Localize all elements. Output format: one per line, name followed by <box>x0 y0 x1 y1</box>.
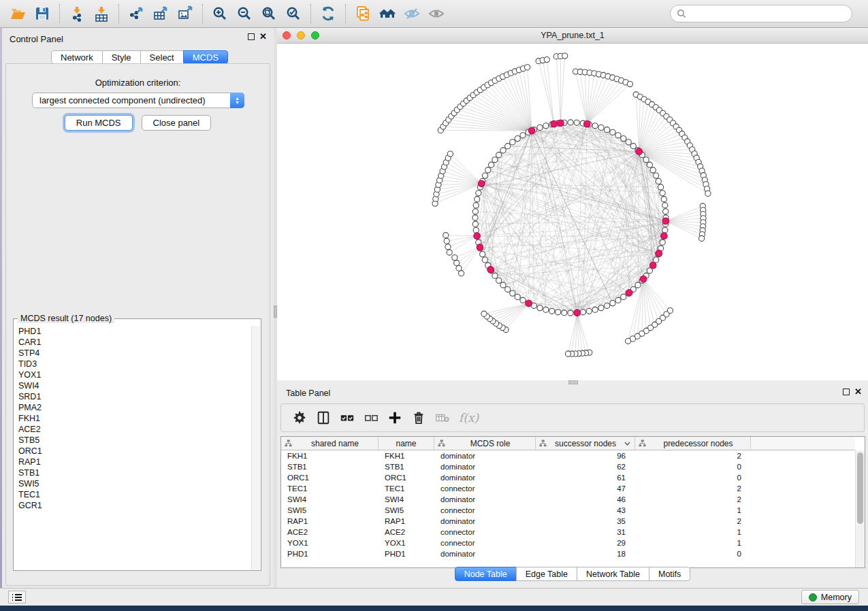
table-cell[interactable]: SWI4 <box>281 494 379 505</box>
network-node[interactable] <box>520 133 526 138</box>
network-node[interactable] <box>662 203 668 208</box>
network-node[interactable] <box>543 123 549 129</box>
network-canvas[interactable] <box>277 44 868 380</box>
network-node[interactable] <box>654 173 659 178</box>
network-node[interactable] <box>647 162 652 167</box>
network-node[interactable] <box>615 133 621 138</box>
table-cell[interactable]: 47 <box>536 483 635 494</box>
table-row[interactable]: TEC1TEC1connector472 <box>281 483 855 494</box>
table-scrollbar[interactable] <box>855 450 865 567</box>
table-cell[interactable]: 1 <box>635 505 751 516</box>
table-cell[interactable]: 96 <box>536 450 635 461</box>
export-image-button[interactable] <box>173 3 197 24</box>
mcds-node[interactable] <box>558 120 564 127</box>
network-node[interactable] <box>654 257 659 263</box>
network-node[interactable] <box>485 167 491 173</box>
column-header-name[interactable]: name <box>379 437 434 450</box>
result-list-item[interactable]: GCR1 <box>14 500 251 511</box>
network-node[interactable] <box>525 65 530 70</box>
result-list-scrollbar[interactable] <box>251 326 260 569</box>
table-row[interactable]: ACE2ACE2connector311 <box>281 527 855 538</box>
network-node[interactable] <box>699 235 705 241</box>
table-row[interactable]: SWI5SWI5connector431 <box>281 505 855 516</box>
table-cell[interactable]: dominator <box>434 548 536 559</box>
table-cell[interactable]: SWI4 <box>379 494 434 505</box>
table-cell[interactable]: FKH1 <box>281 450 379 461</box>
table-cell[interactable]: 46 <box>536 494 635 505</box>
search-input[interactable] <box>686 9 852 19</box>
network-node[interactable] <box>444 238 449 244</box>
close-panel-button[interactable]: Close panel <box>142 115 212 131</box>
network-node[interactable] <box>510 291 515 296</box>
export-network-button[interactable] <box>124 3 148 24</box>
network-node[interactable] <box>568 120 573 125</box>
table-cell[interactable]: 1 <box>635 527 751 538</box>
network-node[interactable] <box>472 209 478 214</box>
network-node[interactable] <box>537 306 543 311</box>
table-cell[interactable]: ACE2 <box>281 527 379 538</box>
network-node[interactable] <box>574 120 579 125</box>
result-list-item[interactable]: FKH1 <box>14 413 251 424</box>
function-builder-button[interactable]: f(x) <box>459 409 479 427</box>
result-list-item[interactable]: STB1 <box>14 467 251 478</box>
result-list-item[interactable]: STP4 <box>14 348 251 359</box>
delete-column-button[interactable] <box>411 409 426 427</box>
network-node[interactable] <box>472 221 478 227</box>
clone-network-button[interactable] <box>351 3 375 24</box>
table-row[interactable]: SWI4SWI4dominator462 <box>281 494 855 505</box>
network-node[interactable] <box>482 173 487 178</box>
hide-selected-button[interactable] <box>400 3 424 24</box>
network-node[interactable] <box>661 197 666 202</box>
mcds-node[interactable] <box>487 266 494 273</box>
network-node[interactable] <box>549 308 555 314</box>
network-node[interactable] <box>500 148 506 153</box>
network-node[interactable] <box>476 191 481 196</box>
result-list-item[interactable]: PHD1 <box>14 326 251 337</box>
network-node[interactable] <box>621 294 626 299</box>
table-row[interactable]: ORC1ORC1dominator610 <box>281 472 855 483</box>
table-cell[interactable]: dominator <box>434 461 536 472</box>
network-node[interactable] <box>473 227 479 233</box>
result-list-item[interactable]: YOX1 <box>14 369 251 380</box>
table-cell[interactable]: ORC1 <box>379 472 434 483</box>
mcds-node[interactable] <box>656 250 662 257</box>
delete-table-button[interactable] <box>435 409 450 427</box>
network-node[interactable] <box>505 286 511 292</box>
table-cell[interactable]: 2 <box>635 494 751 505</box>
column-header-MCDS-role[interactable]: MCDS role <box>434 437 536 450</box>
network-node[interactable] <box>544 57 549 63</box>
result-list-item[interactable]: ORC1 <box>14 446 251 457</box>
network-node[interactable] <box>605 127 610 133</box>
table-cell[interactable]: 61 <box>536 472 635 483</box>
table-settings-button[interactable] <box>292 409 307 427</box>
table-row[interactable]: PHD1PHD1dominator180 <box>281 548 855 559</box>
show-all-button[interactable] <box>424 3 449 24</box>
network-node[interactable] <box>705 191 711 196</box>
result-list-item[interactable]: SRD1 <box>14 391 251 402</box>
zoom-selected-button[interactable] <box>281 3 306 24</box>
mcds-node[interactable] <box>649 262 656 269</box>
table-cell[interactable]: 2 <box>635 483 751 494</box>
table-cell[interactable]: TEC1 <box>379 483 434 494</box>
search-box[interactable] <box>670 5 852 22</box>
network-node[interactable] <box>580 310 585 315</box>
result-list-item[interactable]: RAP1 <box>14 457 251 467</box>
network-node[interactable] <box>492 273 498 278</box>
network-node[interactable] <box>473 203 479 208</box>
result-list-item[interactable]: SWI4 <box>14 380 251 391</box>
network-node[interactable] <box>447 151 453 156</box>
mcds-node[interactable] <box>584 120 591 127</box>
table-cell[interactable]: STB1 <box>281 461 379 472</box>
table-cell[interactable]: connector <box>434 538 536 548</box>
table-cell[interactable]: connector <box>434 527 536 538</box>
network-node[interactable] <box>592 307 598 312</box>
run-mcds-button[interactable]: Run MCDS <box>65 115 133 131</box>
table-cell[interactable]: dominator <box>434 472 536 483</box>
network-node[interactable] <box>615 297 621 303</box>
table-cell[interactable]: RAP1 <box>379 516 434 527</box>
table-cell[interactable]: YOX1 <box>379 538 434 548</box>
network-node[interactable] <box>656 178 661 184</box>
close-panel-icon[interactable]: ✕ <box>259 33 267 40</box>
table-cell[interactable]: SWI5 <box>379 505 434 516</box>
table-cell[interactable]: 31 <box>536 527 635 538</box>
